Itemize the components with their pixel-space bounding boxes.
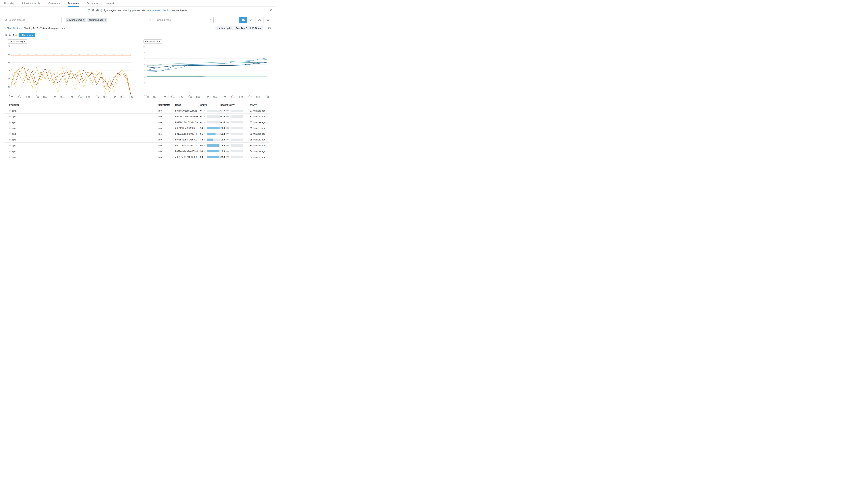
username-cell: root [158, 109, 175, 112]
username-cell: root [158, 156, 175, 158]
cpu-bar [207, 144, 220, 147]
last-updated-badge: Last updated: Tue, Dec 3, 11:15:16 am [216, 26, 263, 30]
svg-text:11:11: 11:11 [239, 96, 243, 98]
svg-text:32: 32 [143, 45, 146, 47]
tag-filter-dropdown[interactable]: env:arm-demo × command:app × ▾ [64, 17, 152, 23]
cpu-cell: 0% [200, 115, 220, 118]
svg-text:11:10: 11:10 [230, 96, 234, 98]
username-cell: root [158, 115, 175, 118]
charts-section: Total CPU (%) ▾ 02040608010012011:0011:0… [3, 40, 272, 100]
lock-button[interactable] [247, 17, 255, 23]
username-cell: root [158, 150, 175, 152]
last-updated-value: Tue, Dec 3, 11:15:16 am [236, 27, 261, 30]
username-cell: root [158, 138, 175, 141]
column-header-process[interactable]: PROCESS [5, 104, 158, 106]
process-status-dot [9, 133, 11, 135]
process-cell: app [5, 109, 158, 112]
area-chart-icon [242, 19, 245, 21]
scatter-plot-toggle[interactable]: Scatter Plot [3, 33, 19, 38]
remove-tag-icon[interactable]: × [83, 19, 85, 21]
cpu-cell: 96% [200, 156, 220, 158]
cpu-metric-label: Total CPU (%) [10, 40, 23, 43]
lock-icon [250, 19, 252, 21]
add-process-collection-link[interactable]: Add process collection [147, 9, 170, 12]
memory-metric-dropdown[interactable]: RSS Memory ▾ [143, 40, 162, 44]
sort-desc-icon: ↓ [208, 104, 209, 106]
svg-text:11:04: 11:04 [179, 96, 183, 98]
process-status-dot [9, 110, 11, 111]
start-cell: 37 minutes ago [250, 109, 270, 112]
svg-text:11:13: 11:13 [120, 96, 124, 98]
table-row[interactable]: approoti-06e0192b453ed1b030%6.36MB37 min… [5, 114, 270, 119]
table-row[interactable]: approoti-017b1b78c011dd4560%6.35MB37 min… [5, 119, 270, 125]
export-button[interactable] [255, 17, 264, 23]
rss-bar [231, 133, 243, 135]
cpu-bar [207, 156, 220, 158]
svg-text:11:09: 11:09 [222, 96, 226, 98]
start-cell: 34 minutes ago [250, 156, 270, 158]
table-row[interactable]: approoti-04bcf002dcd12cc220%6.47MB37 min… [5, 108, 270, 114]
process-status-dot [9, 127, 11, 129]
tab-serverless[interactable]: Serverless [87, 0, 98, 7]
host-cell: i-019ae6dbf5fe9d844 [175, 132, 200, 135]
group-by-tag-dropdown[interactable]: Group by tag ▾ [155, 17, 213, 23]
cpu-metric-dropdown[interactable]: Total CPU (%) ▾ [8, 40, 27, 44]
column-header-username[interactable]: USERNAME [158, 104, 175, 106]
host-cell: i-04c541eb5f171530e [175, 138, 200, 141]
rss-cell: 6.47MB [220, 109, 250, 112]
username-cell: root [158, 127, 175, 129]
gear-icon [266, 19, 269, 21]
table-row[interactable]: approoti-0996ba2cb9e6661ad96%23.3MB34 mi… [5, 148, 270, 154]
column-header-host[interactable]: HOST [175, 104, 200, 106]
process-cell: app [5, 138, 158, 141]
tab-network[interactable]: Network [106, 0, 114, 7]
start-cell: 35 minutes ago [250, 127, 270, 129]
rss-cell: 6.36MB [220, 115, 250, 118]
table-row[interactable]: approoti-0b97b58174f8206a896%22.8MB34 mi… [5, 154, 270, 159]
notification-message: 121 (16%) of your Agents are collecting … [92, 9, 146, 12]
remove-tag-icon[interactable]: × [105, 19, 106, 21]
tab-host-map[interactable]: Host Map [4, 0, 14, 7]
column-header-cpu[interactable]: CPU % ↓ [200, 104, 220, 106]
history-button[interactable] [267, 26, 272, 30]
tab-processes[interactable]: Processes [68, 0, 79, 7]
svg-text:11:04: 11:04 [43, 96, 47, 98]
table-row[interactable]: approoti-019ae6dbf5fe9d84466%13.4MB35 mi… [5, 131, 270, 137]
rss-cell: 22.8MB [220, 156, 250, 158]
group-by-placeholder: Group by tag [157, 19, 171, 21]
rss-cell: 12.3MB [220, 138, 250, 141]
svg-text:11:14: 11:14 [129, 96, 133, 98]
timeseries-view-button[interactable] [239, 17, 247, 23]
svg-text:11:07: 11:07 [205, 96, 209, 98]
start-cell: 35 minutes ago [250, 138, 270, 141]
table-row[interactable]: approoti-00d24ad40a19653fd92%13.4MB35 mi… [5, 142, 270, 148]
table-row[interactable]: approoti-0c3f57feaf899fdf599%21.0MB35 mi… [5, 125, 270, 131]
cpu-chart-panel: Total CPU (%) ▾ 02040608010012011:0011:0… [3, 40, 133, 100]
cpu-cell: 48% [200, 138, 220, 141]
notification-close-icon[interactable]: × [270, 8, 272, 12]
svg-text:11:01: 11:01 [17, 96, 22, 98]
host-cell: i-00d24ad40a19653fd [175, 144, 200, 147]
table-row[interactable]: approoti-04c541eb5f171530e48%12.3MB35 mi… [5, 137, 270, 142]
tab-containers[interactable]: Containers [48, 0, 60, 7]
process-table: PROCESS USERNAME HOST CPU % ↓ RSS MEMORY… [5, 102, 270, 159]
start-cell: 37 minutes ago [250, 121, 270, 124]
settings-button[interactable] [264, 17, 272, 23]
filter-tag[interactable]: env:arm-demo × [66, 18, 86, 22]
svg-text:11:06: 11:06 [196, 96, 200, 98]
svg-text:11:05: 11:05 [52, 96, 56, 98]
search-input[interactable] [9, 19, 60, 21]
filter-tag-label: command:app [89, 19, 103, 21]
show-controls-link[interactable]: Show Controls [3, 27, 22, 30]
memory-chart: 04812162024283211:0011:0111:0211:0311:04… [139, 44, 269, 100]
svg-text:20: 20 [143, 64, 146, 66]
filter-tag[interactable]: command:app × [87, 18, 107, 22]
tab-infrastructure-list[interactable]: Infrastructure List [22, 0, 41, 7]
clock-icon [218, 27, 220, 29]
chevron-down-icon: ▾ [210, 19, 211, 21]
rss-bar [231, 139, 243, 141]
column-header-rss-memory[interactable]: RSS MEMORY [220, 104, 250, 106]
timeseries-toggle[interactable]: Timeseries [19, 33, 35, 38]
column-header-start[interactable]: START [250, 104, 270, 106]
cpu-cell: 0% [200, 109, 220, 112]
